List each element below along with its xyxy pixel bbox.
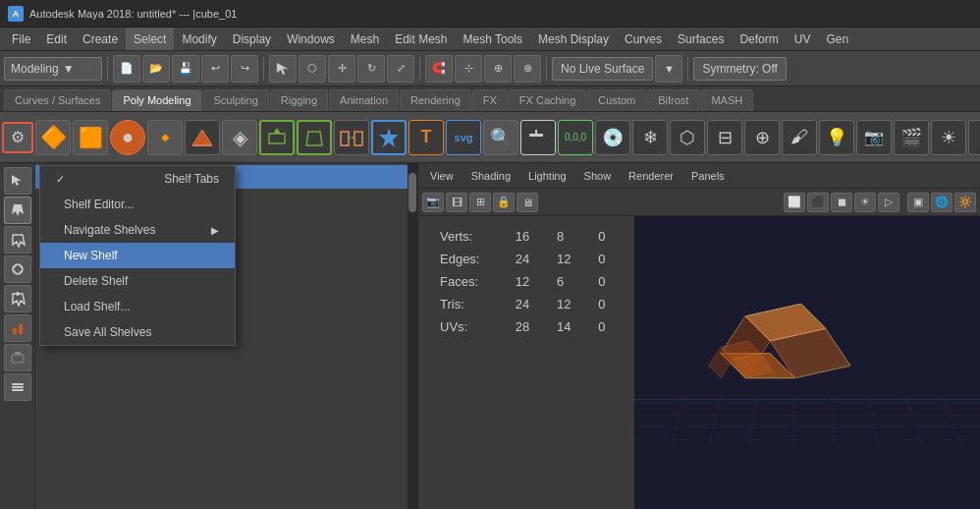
tab-rendering[interactable]: Rendering: [400, 89, 471, 111]
context-menu-shelf-tabs[interactable]: Shelf Tabs: [40, 166, 235, 192]
shelf-icon-bridge[interactable]: [334, 120, 369, 155]
outliner-scrollbar[interactable]: [408, 163, 417, 509]
shelf-icon-cone[interactable]: 🔸: [147, 120, 183, 155]
vp-icon-film[interactable]: 🎞: [446, 193, 467, 212]
shelf-icon-freeze[interactable]: ❄: [632, 120, 668, 155]
vp-icon-wireframe[interactable]: ⬜: [784, 193, 805, 212]
context-menu-load-shelf[interactable]: Load Shelf...: [40, 294, 235, 319]
panels-menu-btn[interactable]: Panels: [683, 168, 733, 184]
menu-edit-mesh[interactable]: Edit Mesh: [387, 28, 455, 50]
snap-btn[interactable]: 🧲: [425, 55, 453, 83]
tab-rigging[interactable]: Rigging: [270, 89, 328, 111]
shelf-icon-torus[interactable]: ◈: [222, 120, 257, 155]
shelf-icon-disk[interactable]: 💿: [595, 120, 630, 155]
menu-mesh-display[interactable]: Mesh Display: [530, 28, 617, 50]
vp-icon-light-btn[interactable]: ☀: [854, 193, 876, 212]
renderer-menu-btn[interactable]: Renderer: [621, 168, 681, 184]
shelf-icon-svg[interactable]: svg: [446, 120, 481, 155]
shelf-icon-sun[interactable]: ☀: [931, 120, 966, 155]
shelf-icon-bevel[interactable]: [297, 120, 332, 155]
symmetry-btn[interactable]: Symmetry: Off: [693, 57, 786, 81]
shelf-icon-mirror[interactable]: ⊟: [707, 120, 742, 155]
live-surface-dropdown[interactable]: ▼: [655, 55, 682, 83]
undo-btn[interactable]: ↩: [201, 55, 229, 83]
tab-mash[interactable]: MASH: [700, 89, 753, 111]
vp-icon-more[interactable]: ▷: [878, 193, 899, 212]
vp-icon-lock[interactable]: 🔒: [493, 193, 515, 212]
grab-tool-btn[interactable]: [4, 285, 31, 312]
live-surface-btn[interactable]: No Live Surface: [552, 57, 653, 81]
paint-select-btn[interactable]: [4, 255, 31, 283]
vp-icon-grid[interactable]: ⊞: [469, 193, 491, 212]
soft-select-btn[interactable]: [4, 314, 31, 342]
menu-edit[interactable]: Edit: [38, 28, 75, 50]
vp-icon-textured[interactable]: ◼: [831, 193, 852, 212]
context-menu-navigate-shelves[interactable]: Navigate Shelves ▶: [40, 217, 235, 243]
shelf-icon-sphere[interactable]: 🔶: [35, 120, 71, 155]
tab-custom[interactable]: Custom: [587, 89, 646, 111]
shelf-icon-paint[interactable]: [520, 120, 556, 155]
menu-select[interactable]: Select: [126, 28, 174, 50]
shelf-icon-plane[interactable]: [185, 120, 220, 155]
tab-sculpting[interactable]: Sculpting: [203, 89, 269, 111]
shelf-icon-smooth[interactable]: ⬡: [670, 120, 705, 155]
new-file-btn[interactable]: 📄: [113, 55, 140, 83]
outliner-scrollbar-thumb[interactable]: [408, 173, 416, 212]
select-mode-btn[interactable]: [4, 167, 31, 195]
vp-icon-display[interactable]: 🖥: [517, 193, 538, 212]
tab-fx[interactable]: FX: [472, 89, 508, 111]
shelf-icon-coords[interactable]: 0,0,0: [558, 120, 593, 155]
show-menu-btn[interactable]: Show: [576, 168, 620, 184]
context-menu-shelf-editor[interactable]: Shelf Editor...: [40, 192, 235, 217]
shelf-settings-btn[interactable]: ⚙: [2, 122, 33, 153]
menu-gen[interactable]: Gen: [818, 28, 856, 50]
menu-windows[interactable]: Windows: [279, 28, 343, 50]
context-menu-save-all-shelves[interactable]: Save All Shelves: [40, 319, 235, 345]
tab-animation[interactable]: Animation: [329, 89, 399, 111]
shelf-icon-text[interactable]: T: [408, 120, 444, 155]
shelf-icon-camera[interactable]: 📷: [856, 120, 892, 155]
shading-menu-btn[interactable]: Shading: [463, 168, 518, 184]
3d-viewport[interactable]: [634, 216, 980, 509]
shelf-icon-extra[interactable]: ▷: [968, 120, 980, 155]
shelf-icon-search[interactable]: 🔍: [483, 120, 518, 155]
context-menu-new-shelf[interactable]: New Shelf: [40, 243, 235, 268]
menu-modify[interactable]: Modify: [174, 28, 224, 50]
vp-icon-camera[interactable]: 📷: [422, 193, 444, 212]
view-menu-btn[interactable]: View: [422, 168, 462, 184]
lasso-btn[interactable]: ⬡: [299, 55, 326, 83]
menu-curves[interactable]: Curves: [617, 28, 670, 50]
menu-create[interactable]: Create: [75, 28, 126, 50]
menu-uv[interactable]: UV: [787, 28, 819, 50]
shelf-icon-render[interactable]: 🎬: [894, 120, 929, 155]
menu-deform[interactable]: Deform: [732, 28, 786, 50]
modeling-dropdown[interactable]: Modeling ▼: [4, 57, 102, 81]
save-file-btn[interactable]: 💾: [172, 55, 199, 83]
snap4-btn[interactable]: ⊗: [514, 55, 541, 83]
shelf-icon-star-btn[interactable]: [371, 120, 407, 155]
vp-icon-render2[interactable]: 🔆: [954, 193, 976, 212]
lasso-tool-btn[interactable]: [4, 226, 31, 254]
select-tool-btn[interactable]: [269, 55, 297, 83]
shelf-icon-light[interactable]: 💡: [819, 120, 854, 155]
menu-display[interactable]: Display: [225, 28, 279, 50]
menu-file[interactable]: File: [4, 28, 38, 50]
context-menu-delete-shelf[interactable]: Delete Shelf: [40, 268, 235, 294]
tab-poly-modeling[interactable]: Poly Modeling: [112, 89, 201, 111]
vp-icon-smooth[interactable]: ⬛: [807, 193, 829, 212]
snap3-btn[interactable]: ⊕: [484, 55, 512, 83]
tab-bifrost[interactable]: Bifrost: [647, 89, 699, 111]
sculpt-tool-btn[interactable]: [4, 344, 31, 371]
menu-mesh-tools[interactable]: Mesh Tools: [456, 28, 530, 50]
shelf-icon-cylinder[interactable]: ●: [110, 120, 145, 155]
shelf-icon-extrude[interactable]: [259, 120, 295, 155]
shelf-icon-booleans[interactable]: ⊕: [744, 120, 780, 155]
vp-icon-obj[interactable]: ▣: [907, 193, 929, 212]
tab-fx-caching[interactable]: FX Caching: [509, 89, 586, 111]
scale-btn[interactable]: ⤢: [387, 55, 414, 83]
tab-curves-surfaces[interactable]: Curves / Surfaces: [4, 89, 111, 111]
transform-btn[interactable]: ✛: [328, 55, 355, 83]
move-tool-btn[interactable]: [4, 197, 31, 224]
shelf-icon-cube[interactable]: 🟧: [73, 120, 108, 155]
redo-btn[interactable]: ↪: [231, 55, 258, 83]
